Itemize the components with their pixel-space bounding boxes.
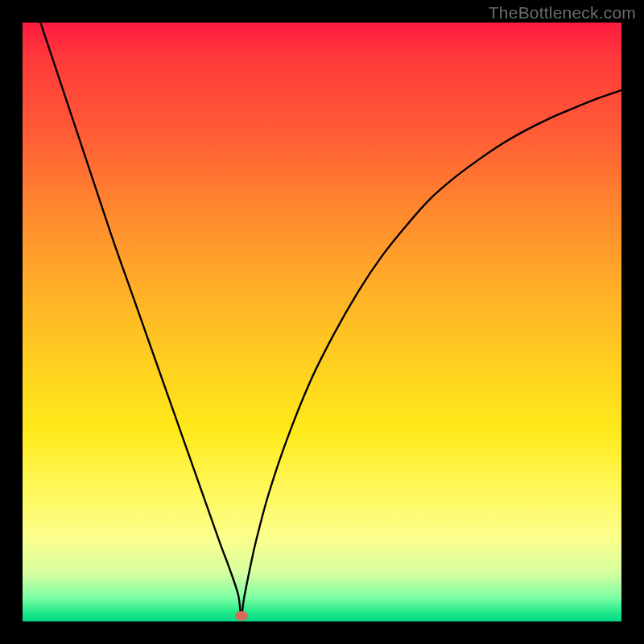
chart-frame: TheBottleneck.com [0,0,644,644]
optimal-point-marker [235,611,248,621]
watermark-text: TheBottleneck.com [489,3,636,23]
bottleneck-curve [23,23,621,621]
plot-area [23,23,621,621]
